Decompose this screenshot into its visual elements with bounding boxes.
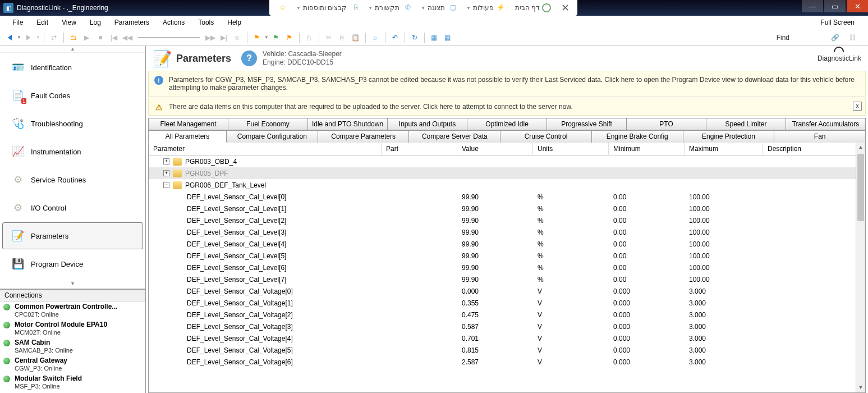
ext-actions[interactable]: ⚡פעולות▼ (463, 3, 508, 12)
scroll-thumb[interactable] (857, 154, 864, 221)
nav-instrumentation[interactable]: 📈 Instrumentation (2, 138, 143, 165)
tab-pto[interactable]: PTO (626, 118, 706, 130)
cell-value[interactable]: 0.355 (457, 299, 533, 307)
tab-transfer-accumulators[interactable]: Transfer Accumulators (786, 118, 866, 130)
tab-progressive-shift[interactable]: Progressive Shift (546, 118, 627, 130)
menu-log[interactable]: Log (83, 17, 108, 28)
menu-actions[interactable]: Actions (156, 17, 191, 28)
paste-button[interactable]: 📋 (350, 31, 362, 44)
tab-compare-configuration[interactable]: Compare Configuration (226, 130, 318, 143)
stop-button[interactable]: ■ (94, 31, 107, 44)
tab-engine-protection[interactable]: Engine Protection (683, 130, 775, 143)
cell-value[interactable]: 2.587 (457, 358, 533, 366)
col-value[interactable]: Value (457, 143, 533, 155)
cell-value[interactable]: 0.587 (457, 323, 533, 331)
tab-idle-pto-shutdown[interactable]: Idle and PTO Shutdown (307, 118, 388, 130)
cell-value[interactable]: 0.475 (457, 311, 533, 319)
link-chain-icon[interactable]: 🔗 (829, 31, 841, 44)
nav-parameters[interactable]: 📝 Parameters (2, 222, 143, 249)
sidebar-expand-down[interactable]: ▼ (0, 278, 145, 289)
parameter-row[interactable]: DEF_Level_Sensor_Cal_Voltage[3]0.587V0.0… (149, 321, 865, 332)
parameter-group-row[interactable]: −PGR006_DEF_Tank_Level (149, 179, 865, 191)
tab-engine-brake-config[interactable]: Engine Brake Config (591, 130, 683, 143)
folder-button[interactable]: 🗀 (67, 31, 80, 44)
connection-item[interactable]: SAM CabinSAMCAB_P3: Online (0, 337, 145, 355)
copy-button[interactable]: ⎘ (336, 31, 348, 44)
menu-help[interactable]: Help (221, 17, 248, 28)
ext-home[interactable]: דף הבית (512, 3, 554, 12)
parameter-row[interactable]: DEF_Level_Sensor_Cal_Level[0]99.90%0.001… (149, 191, 865, 203)
grid2-button[interactable]: ▦ (442, 31, 454, 44)
parameter-group-row[interactable]: +PGR003_OBD_4 (149, 156, 865, 167)
parameter-row[interactable]: DEF_Level_Sensor_Cal_Voltage[1]0.355V0.0… (149, 297, 865, 309)
print-button[interactable]: ⎙ (303, 31, 315, 44)
parameter-group-row[interactable]: +PGR005_DPF (149, 167, 865, 179)
collapse-icon[interactable]: − (163, 182, 169, 188)
filter-button[interactable]: ⌕ (369, 31, 382, 44)
parameter-row[interactable]: DEF_Level_Sensor_Cal_Voltage[0]0.000V0.0… (149, 285, 865, 297)
cell-value[interactable]: 99.90 (457, 205, 533, 213)
full-screen-button[interactable]: Full Screen (814, 17, 862, 28)
tab-fuel-economy[interactable]: Fuel Economy (228, 118, 308, 130)
cell-value[interactable]: 0.701 (457, 335, 533, 342)
tab-inputs-outputs[interactable]: Inputs and Outputs (387, 118, 467, 130)
tab-cruise-control[interactable]: Cruise Control (500, 130, 592, 143)
nav-service-routines[interactable]: ⚙ Service Routines (2, 166, 143, 193)
cell-value[interactable]: 99.90 (457, 276, 533, 284)
cell-value[interactable]: 0.000 (457, 287, 533, 295)
parameter-row[interactable]: DEF_Level_Sensor_Cal_Level[5]99.90%0.001… (149, 250, 865, 262)
connection-item[interactable]: Modular Switch FieldMSF_P3: Online (0, 373, 145, 391)
nav-forward-button[interactable] (22, 31, 35, 44)
cell-value[interactable]: 0.815 (457, 346, 533, 354)
grid1-button[interactable]: ▦ (428, 31, 440, 44)
skip-end-button[interactable]: ▶| (218, 31, 230, 44)
tab-fleet-management[interactable]: Fleet Management (148, 118, 228, 130)
parameter-row[interactable]: DEF_Level_Sensor_Cal_Voltage[5]0.815V0.0… (149, 344, 865, 356)
skip-start-button[interactable]: |◀ (108, 31, 120, 44)
close-button[interactable]: ✕ (847, 0, 868, 12)
connection-item[interactable]: Motor Control Module EPA10MCM02T: Online (0, 319, 145, 337)
parameter-row[interactable]: DEF_Level_Sensor_Cal_Voltage[6]2.587V0.0… (149, 356, 865, 368)
cell-value[interactable]: 99.90 (457, 264, 533, 272)
rewind-button[interactable]: ◀◀ (121, 31, 134, 44)
parameter-row[interactable]: DEF_Level_Sensor_Cal_Level[2]99.90%0.001… (149, 214, 865, 226)
flag-button[interactable]: ⚑ (251, 31, 263, 44)
tab-speed-limiter[interactable]: Speed Limiter (706, 118, 786, 130)
sidebar-collapse-up[interactable]: ▲ (0, 46, 145, 53)
parameter-row[interactable]: DEF_Level_Sensor_Cal_Voltage[2]0.475V0.0… (149, 309, 865, 321)
parameter-row[interactable]: DEF_Level_Sensor_Cal_Level[3]99.90%0.001… (149, 226, 865, 238)
parameter-row[interactable]: DEF_Level_Sensor_Cal_Level[4]99.90%0.001… (149, 238, 865, 250)
ext-smiley[interactable]: ☺ (274, 3, 290, 12)
cell-value[interactable]: 99.90 (457, 229, 533, 236)
refresh-button[interactable]: ↻ (408, 31, 421, 44)
nav-fault-codes[interactable]: 📄1 Fault Codes (2, 82, 143, 109)
nav-program-device[interactable]: 💾 Program Device (2, 250, 143, 277)
cut-button[interactable]: ✂ (323, 31, 335, 44)
menu-edit[interactable]: Edit (30, 17, 55, 28)
expand-icon[interactable]: + (163, 170, 169, 176)
nav-back-button[interactable] (3, 31, 16, 44)
tab-compare-parameters[interactable]: Compare Parameters (318, 130, 410, 143)
maximize-button[interactable]: ▭ (824, 0, 846, 12)
scroll-down-icon[interactable]: ▼ (856, 383, 865, 392)
ext-close-button[interactable]: ✕ (558, 2, 573, 14)
link-broken-icon[interactable]: ⛓ (847, 31, 859, 44)
warn-notice[interactable]: ⚠ There are data items on this computer … (148, 98, 866, 116)
link-button[interactable]: ⎋ (231, 31, 244, 44)
menu-parameters[interactable]: Parameters (108, 17, 156, 28)
cell-value[interactable]: 99.90 (457, 217, 533, 225)
tab-fan[interactable]: Fan (774, 130, 866, 143)
ext-view[interactable]: ▢תצוגה▼ (417, 3, 460, 12)
nav-io-control[interactable]: ⚙ I/O Control (2, 194, 143, 221)
menu-view[interactable]: View (55, 17, 83, 28)
help-button[interactable]: ? (241, 51, 257, 66)
scroll-up-icon[interactable]: ▲ (856, 143, 865, 152)
forward-button[interactable]: ▶▶ (204, 31, 217, 44)
col-maximum[interactable]: Maximum (685, 143, 763, 155)
vertical-scrollbar[interactable]: ▲ ▼ (856, 143, 865, 392)
flag-config-button[interactable]: ⚑ (283, 31, 296, 44)
tab-all-parameters[interactable]: All Parameters (148, 130, 227, 143)
col-minimum[interactable]: Minimum (609, 143, 685, 155)
undo-button[interactable]: ↶ (389, 31, 401, 44)
playback-slider[interactable] (138, 37, 200, 38)
